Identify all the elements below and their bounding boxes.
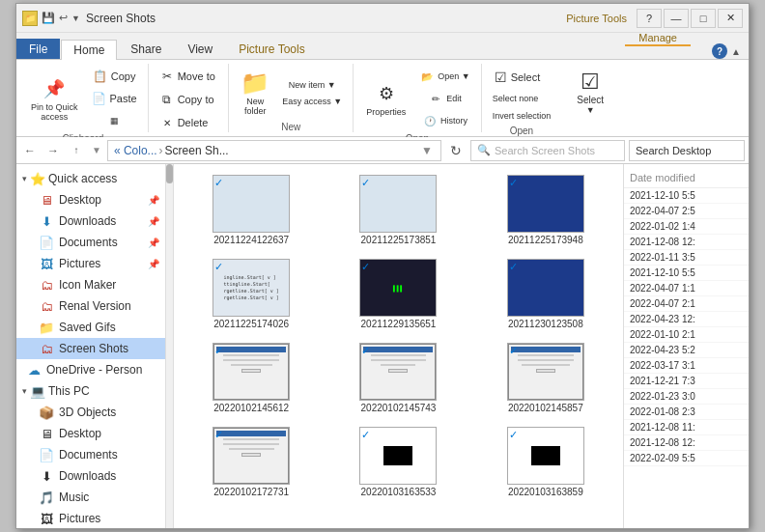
sidebar-item-documents[interactable]: 📄 Documents — [16, 444, 165, 465]
up-button[interactable]: ↑ — [67, 141, 86, 160]
file-item[interactable]: ✓ 20220103163859 — [474, 422, 617, 502]
code-thumb: ingline.Start[ v ] ttingline.Start[ rget… — [220, 270, 283, 305]
maximize-button[interactable]: □ — [691, 9, 716, 28]
picture-tools-label: Picture Tools — [566, 13, 627, 24]
file-item[interactable]: ✓ 20211225173948 — [474, 170, 617, 250]
pin-to-quick-access-button[interactable]: 📌 Pin to Quickaccess — [24, 71, 85, 126]
new-folder-label: Newfolder — [244, 97, 267, 116]
file-item[interactable]: ✓ 20220102172731 — [180, 422, 323, 502]
move-to-button[interactable]: ✂ Move to — [155, 66, 220, 87]
sidebar-item-icon-maker[interactable]: 🗂 Icon Maker — [16, 274, 165, 295]
search-desktop-label: Search Desktop — [636, 145, 711, 156]
sidebar-item-saved-gifs[interactable]: 📁 Saved Gifs — [16, 317, 165, 338]
minimize-button[interactable]: — — [664, 9, 689, 28]
black-square-thumb2 — [508, 428, 583, 484]
tab-share[interactable]: Share — [118, 39, 174, 59]
file-item[interactable]: ✓ 20211224122637 — [180, 170, 323, 250]
qat-save-icon[interactable]: 💾 — [42, 12, 55, 24]
select2-label: Select — [577, 95, 604, 105]
edit-button[interactable]: ✏ Edit — [414, 88, 474, 109]
sidebar-item-screen-shots[interactable]: 🗂 Screen Shots — [16, 338, 165, 359]
sidebar-item-documents-pinned[interactable]: 📄 Documents 📌 — [16, 232, 165, 253]
sidebar-item-onedrive[interactable]: ☁ OneDrive - Person — [16, 359, 165, 380]
history-icon: 🕐 — [422, 113, 438, 128]
sidebar-item-downloads[interactable]: ⬇ Downloads — [16, 465, 165, 487]
search-box[interactable]: 🔍 Search Screen Shots — [470, 140, 625, 161]
paste-button[interactable]: 📄 Paste — [87, 88, 142, 109]
details-item: 2022-03-17 3:1 — [624, 358, 749, 374]
file-item[interactable]: ✓ 20211230123508 — [474, 254, 617, 334]
history-label: History — [440, 116, 468, 126]
delete-button[interactable]: ✕ Delete — [155, 112, 213, 133]
details-item: 2022-04-07 2:5 — [624, 204, 749, 219]
this-pc-chevron: ▾ — [22, 386, 27, 396]
select-none-button[interactable]: Select none — [488, 91, 544, 106]
quick-access-icon: ⭐ — [30, 171, 45, 186]
sidebar-section-this-pc[interactable]: ▾ 💻 This PC — [16, 380, 165, 402]
file-check-icon: ✓ — [509, 177, 518, 189]
help-button[interactable]: ? — [637, 9, 662, 28]
sidebar-label-music: Music — [59, 490, 89, 504]
tab-picture-tools[interactable]: Picture Tools — [226, 39, 317, 59]
title-bar: 📁 💾 ↩ ▼ Screen Shots Picture Tools ? — □… — [16, 4, 749, 33]
details-item: 2021-12-21 7:3 — [624, 374, 749, 389]
file-thumbnail: ✓ — [212, 343, 290, 401]
recent-locations-button[interactable]: ▼ — [90, 145, 103, 155]
tab-view[interactable]: View — [175, 39, 225, 59]
paste-icon: 📄 — [92, 91, 107, 106]
sidebar-label-desktop-pinned: Desktop — [59, 193, 101, 207]
file-item[interactable]: ✓ 20220102145857 — [474, 338, 617, 418]
file-item[interactable]: ✓ 20220102145612 — [180, 338, 323, 418]
copy-to-button[interactable]: ⧉ Copy to — [155, 89, 219, 110]
file-item[interactable]: ✓ ▌▌▌ 20211229135651 — [326, 254, 469, 334]
qat-dropdown-icon[interactable]: ▼ — [71, 14, 80, 23]
forward-button[interactable]: → — [43, 141, 63, 160]
sidebar-section-quick-access[interactable]: ▾ ⭐ Quick access — [16, 168, 165, 189]
renal-version-icon: 🗂 — [39, 298, 54, 314]
clipboard-more-button[interactable]: ▦ — [87, 110, 142, 131]
file-item[interactable]: ✓ 20220102145743 — [326, 338, 469, 418]
file-item[interactable]: ✓ 20211225173851 — [326, 170, 469, 250]
manage-tab-label[interactable]: Manage — [625, 31, 691, 46]
qat-undo-icon[interactable]: ↩ — [59, 12, 68, 24]
invert-label: Invert selection — [493, 111, 552, 121]
sidebar-item-music[interactable]: 🎵 Music — [16, 487, 165, 508]
easy-access-button[interactable]: Easy access ▼ — [277, 94, 347, 109]
expand-ribbon-icon[interactable]: ▲ — [731, 46, 741, 57]
sidebar-scrollbar[interactable] — [166, 164, 174, 528]
address-path[interactable]: « Colo... › Screen Sh... ▼ — [107, 140, 441, 161]
back-button[interactable]: ← — [20, 141, 40, 160]
sidebar-item-desktop-pinned[interactable]: 🖥 Desktop 📌 — [16, 189, 165, 210]
new-item-button[interactable]: New item ▼ — [277, 77, 347, 93]
refresh-button[interactable]: ↻ — [445, 140, 467, 161]
tab-home[interactable]: Home — [61, 40, 117, 60]
open-button[interactable]: 📂 Open ▼ — [414, 66, 474, 87]
file-item[interactable]: ✓ ingline.Start[ v ] ttingline.Start[ rg… — [180, 254, 323, 334]
file-name: 20220102172731 — [213, 487, 289, 497]
dialog-thumb4 — [213, 428, 289, 484]
invert-selection-button[interactable]: Invert selection — [488, 108, 556, 124]
sidebar-item-desktop[interactable]: 🖥 Desktop — [16, 423, 165, 444]
move-label: Move to — [178, 70, 215, 82]
pin-label: Pin to Quickaccess — [31, 102, 78, 122]
close-button[interactable]: ✕ — [718, 9, 743, 28]
select-button2[interactable]: ☑ Select ▼ — [570, 66, 610, 119]
sidebar-item-downloads-pinned[interactable]: ⬇ Downloads 📌 — [16, 210, 165, 232]
file-thumbnail: ✓ — [507, 427, 584, 485]
select-all-button[interactable]: ☑ Select — [488, 66, 548, 89]
tab-file[interactable]: File — [16, 39, 60, 59]
new-folder-button[interactable]: 📁 Newfolder — [235, 66, 275, 120]
properties-button[interactable]: ⚙ Properties — [359, 76, 412, 121]
sidebar-item-pictures-pinned[interactable]: 🖼 Pictures 📌 — [16, 253, 165, 274]
details-item: 2022-04-23 5:2 — [624, 343, 749, 358]
move-icon: ✂ — [159, 69, 175, 84]
history-button[interactable]: 🕐 History — [414, 110, 474, 131]
sidebar-item-3d-objects[interactable]: 📦 3D Objects — [16, 402, 165, 423]
title-bar-icons: 📁 💾 ↩ ▼ — [22, 11, 80, 26]
copy-button[interactable]: 📋 Copy — [87, 66, 142, 87]
file-item[interactable]: ✓ 20220103163533 — [326, 422, 469, 502]
help-icon[interactable]: ? — [712, 43, 727, 59]
sidebar-item-pictures[interactable]: 🖼 Pictures — [16, 508, 165, 528]
sidebar-item-renal-version[interactable]: 🗂 Renal Version — [16, 295, 165, 317]
search-desktop-box[interactable]: Search Desktop — [629, 140, 745, 161]
